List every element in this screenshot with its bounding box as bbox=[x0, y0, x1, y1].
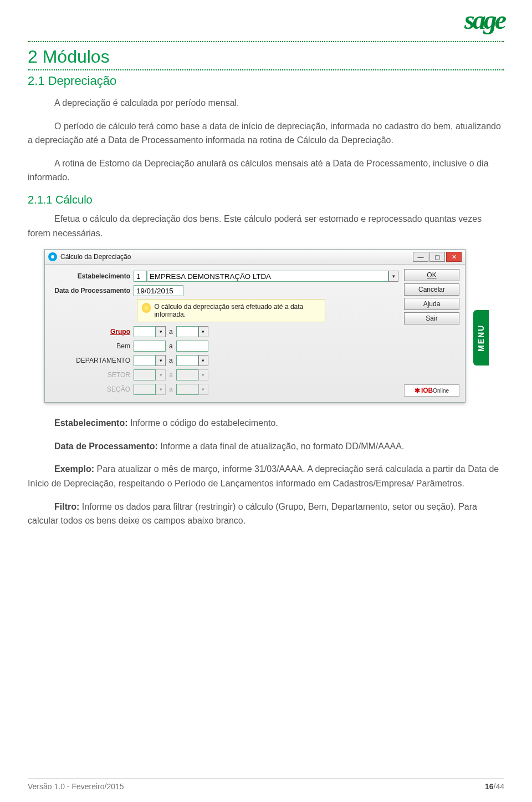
grupo-to-input[interactable] bbox=[176, 326, 198, 337]
maximize-button[interactable]: ▢ bbox=[429, 252, 445, 262]
app-icon bbox=[48, 252, 57, 261]
range-sep: a bbox=[166, 371, 176, 379]
dialog-title-text: Cálculo da Depreciação bbox=[60, 253, 131, 261]
paragraph: O período de cálculo terá como base a da… bbox=[28, 119, 504, 148]
secao-to-input bbox=[176, 384, 198, 395]
def-text: Informe o código do estabelecimento. bbox=[127, 418, 278, 428]
note-text: O cálculo da depreciação será efetuado a… bbox=[154, 303, 320, 318]
heading-3: 2.1.1 Cálculo bbox=[28, 194, 504, 206]
paragraph: Efetua o cálculo da depreciação dos bens… bbox=[28, 212, 504, 240]
minimize-button[interactable]: — bbox=[413, 252, 428, 262]
label-secao: SEÇÃO bbox=[50, 385, 134, 393]
setor-from-input bbox=[134, 369, 156, 380]
definition-exemplo: Exemplo: Para atualizar o mês de março, … bbox=[28, 462, 504, 490]
range-sep: a bbox=[166, 357, 176, 364]
def-text: Informe a data final de atualização, no … bbox=[158, 441, 405, 451]
heading-1: 2 Módulos bbox=[28, 47, 504, 67]
help-button[interactable]: Ajuda bbox=[404, 298, 459, 310]
dept-from-input[interactable] bbox=[134, 355, 156, 366]
info-note: O cálculo da depreciação será efetuado a… bbox=[137, 299, 325, 322]
dropdown-button[interactable]: ▾ bbox=[388, 271, 398, 282]
definition-data-proc: Data de Processamento: Informe a data fi… bbox=[28, 439, 504, 454]
estabelecimento-code-input[interactable] bbox=[134, 271, 147, 282]
dropdown-button[interactable]: ▾ bbox=[156, 355, 166, 366]
data-processamento-input[interactable] bbox=[134, 285, 183, 296]
divider bbox=[28, 41, 504, 42]
paragraph: A rotina de Estorno da Depreciação anula… bbox=[28, 156, 504, 185]
calc-depreciation-dialog: Cálculo da Depreciação — ▢ ✕ Estabelecim… bbox=[44, 249, 466, 403]
range-sep: a bbox=[166, 385, 176, 393]
label-data-proc: Data do Processamento bbox=[50, 287, 134, 295]
menu-side-tab[interactable]: MENU bbox=[473, 310, 489, 366]
label-grupo[interactable]: Grupo bbox=[50, 328, 134, 336]
dropdown-button[interactable]: ▾ bbox=[156, 326, 166, 337]
version-text: Versão 1.0 - Fevereiro/2015 bbox=[28, 782, 124, 791]
lightbulb-icon bbox=[142, 303, 151, 313]
dropdown-button-disabled: ▾ bbox=[198, 384, 208, 395]
label-departamento: DEPARTAMENTO bbox=[50, 357, 134, 364]
dialog-screenshot: Cálculo da Depreciação — ▢ ✕ Estabelecim… bbox=[44, 249, 488, 403]
label-setor: SETOR bbox=[50, 371, 134, 379]
def-text: Para atualizar o mês de março, informe 3… bbox=[28, 464, 499, 488]
heading-2: 2.1 Depreciação bbox=[28, 74, 504, 88]
sage-logo: sage bbox=[464, 4, 504, 35]
dropdown-button-disabled: ▾ bbox=[156, 369, 166, 380]
dropdown-button-disabled: ▾ bbox=[156, 384, 166, 395]
dept-to-input[interactable] bbox=[176, 355, 198, 366]
estabelecimento-name-input[interactable] bbox=[147, 271, 388, 282]
dropdown-button[interactable]: ▾ bbox=[198, 326, 208, 337]
setor-to-input bbox=[176, 369, 198, 380]
def-label: Exemplo: bbox=[54, 464, 94, 474]
secao-from-input bbox=[134, 384, 156, 395]
exit-button[interactable]: Sair bbox=[404, 312, 459, 324]
range-sep: a bbox=[166, 328, 176, 336]
ok-button[interactable]: OK bbox=[404, 269, 459, 281]
definition-filtro: Filtro: Informe os dados para filtrar (r… bbox=[28, 500, 504, 528]
document-page: 2 Módulos 2.1 Depreciação A depreciação … bbox=[0, 0, 532, 570]
range-sep: a bbox=[166, 342, 176, 350]
def-label: Estabelecimento: bbox=[54, 418, 127, 428]
iob-online-button[interactable]: ✱ IOBOnline bbox=[404, 384, 459, 397]
grupo-from-input[interactable] bbox=[134, 326, 156, 337]
label-estabelecimento: Estabelecimento bbox=[50, 272, 134, 280]
paragraph: A depreciação é calculada por período me… bbox=[28, 96, 504, 110]
label-bem: Bem bbox=[50, 342, 134, 350]
bem-from-input[interactable] bbox=[134, 341, 166, 352]
star-icon: ✱ bbox=[415, 387, 420, 394]
def-text: Informe os dados para filtrar (restringi… bbox=[28, 502, 477, 526]
close-button[interactable]: ✕ bbox=[446, 252, 462, 262]
page-number: 16/44 bbox=[485, 782, 504, 791]
def-label: Filtro: bbox=[54, 502, 79, 511]
definition-estabelecimento: Estabelecimento: Informe o código do est… bbox=[28, 416, 504, 430]
dropdown-button[interactable]: ▾ bbox=[198, 355, 208, 366]
cancel-button[interactable]: Cancelar bbox=[404, 283, 459, 296]
page-footer: Versão 1.0 - Fevereiro/2015 16/44 bbox=[28, 778, 504, 791]
divider bbox=[28, 69, 504, 70]
def-label: Data de Processamento: bbox=[54, 441, 158, 451]
dropdown-button-disabled: ▾ bbox=[198, 369, 208, 380]
bem-to-input[interactable] bbox=[176, 341, 208, 352]
dialog-titlebar: Cálculo da Depreciação — ▢ ✕ bbox=[45, 250, 465, 265]
